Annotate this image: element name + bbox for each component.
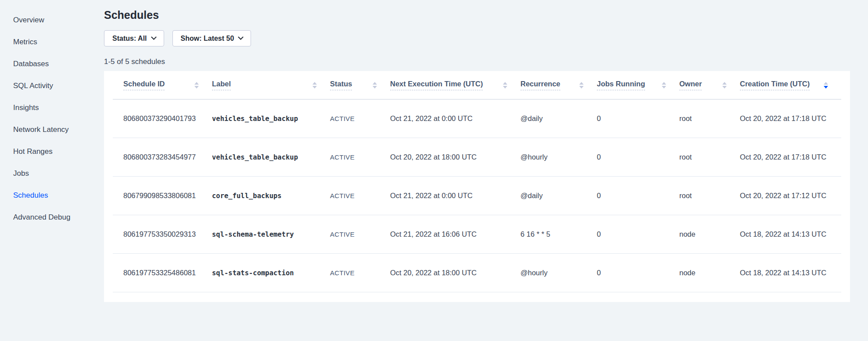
sort-icon[interactable] [312, 82, 317, 89]
cell-jobs-running: 0 [597, 192, 679, 200]
cell-status: ACTIVE [330, 153, 390, 161]
show-filter-label: Show: Latest 50 [181, 35, 234, 43]
sort-icon[interactable] [579, 82, 584, 89]
cell-creation-time: Oct 18, 2022 at 14:13 UTC [740, 230, 841, 238]
sidebar-item-overview[interactable]: Overview [0, 9, 104, 31]
cell-next-execution-time: Oct 21, 2022 at 16:06 UTC [390, 230, 520, 238]
column-header-next-execution-time[interactable]: Next Execution Time (UTC) [390, 80, 520, 90]
table-header-row: Schedule ID Label Status Next Execution … [113, 71, 841, 99]
cell-jobs-running: 0 [597, 269, 679, 277]
column-header-label: Status [330, 80, 352, 90]
column-header-label[interactable]: Label [212, 80, 330, 90]
results-count: 1-5 of 5 schedules [104, 57, 868, 66]
sidebar-item-insights[interactable]: Insights [0, 97, 104, 119]
cell-label: core_full_backups [212, 192, 330, 200]
table-row: 806197753325486081 sql-stats-compaction … [113, 254, 841, 292]
sidebar-item-network-latency[interactable]: Network Latency [0, 119, 104, 141]
sort-icon[interactable] [662, 82, 666, 89]
chevron-down-icon [151, 34, 157, 40]
cell-recurrence: @daily [520, 114, 597, 123]
cell-schedule-id: 806800373290401793 [113, 114, 212, 123]
schedules-table-card: Schedule ID Label Status Next Execution … [104, 71, 850, 302]
cell-status: ACTIVE [330, 269, 390, 277]
cell-recurrence: @hourly [520, 153, 597, 161]
cell-status: ACTIVE [330, 231, 390, 238]
filter-bar: Status: All Show: Latest 50 [104, 30, 868, 46]
sidebar-item-metrics[interactable]: Metrics [0, 31, 104, 53]
column-header-schedule-id[interactable]: Schedule ID [113, 80, 212, 90]
sort-icon-descending-active[interactable] [824, 82, 828, 89]
cell-owner: root [679, 153, 740, 161]
table-row: 806197753350029313 sql-schema-telemetry … [113, 215, 841, 254]
cell-next-execution-time: Oct 21, 2022 at 0:00 UTC [390, 114, 520, 123]
column-header-label: Recurrence [520, 80, 560, 90]
column-header-label: Label [212, 80, 231, 90]
chevron-down-icon [238, 34, 244, 40]
sort-icon[interactable] [194, 82, 199, 89]
sort-icon[interactable] [722, 82, 727, 89]
show-filter-dropdown[interactable]: Show: Latest 50 [172, 30, 251, 46]
cell-owner: node [679, 230, 740, 238]
cell-schedule-id: 806799098533806081 [113, 192, 212, 200]
table-row: 806800373290401793 vehicles_table_backup… [113, 99, 841, 138]
cell-label: sql-stats-compaction [212, 269, 330, 277]
column-header-label: Next Execution Time (UTC) [390, 80, 483, 90]
table-row: 806799098533806081 core_full_backups ACT… [113, 177, 841, 215]
cell-next-execution-time: Oct 21, 2022 at 0:00 UTC [390, 192, 520, 200]
cell-recurrence: @hourly [520, 269, 597, 277]
sidebar-item-hot-ranges[interactable]: Hot Ranges [0, 141, 104, 163]
cell-next-execution-time: Oct 20, 2022 at 18:00 UTC [390, 153, 520, 161]
column-header-status[interactable]: Status [330, 80, 390, 90]
cell-label: sql-schema-telemetry [212, 231, 330, 238]
cell-creation-time: Oct 20, 2022 at 17:18 UTC [740, 114, 841, 123]
cell-status: ACTIVE [330, 192, 390, 199]
cell-label: vehicles_table_backup [212, 115, 330, 123]
cell-recurrence: @daily [520, 192, 597, 200]
sort-icon[interactable] [503, 82, 507, 89]
cell-owner: root [679, 114, 740, 123]
column-header-jobs-running[interactable]: Jobs Running [597, 80, 679, 90]
cell-schedule-id: 806197753350029313 [113, 230, 212, 238]
column-header-recurrence[interactable]: Recurrence [520, 80, 597, 90]
sort-icon[interactable] [373, 82, 377, 89]
cell-creation-time: Oct 20, 2022 at 17:12 UTC [740, 192, 841, 200]
cell-creation-time: Oct 20, 2022 at 17:18 UTC [740, 153, 841, 161]
sidebar-item-jobs[interactable]: Jobs [0, 163, 104, 185]
column-header-creation-time[interactable]: Creation Time (UTC) [740, 80, 841, 90]
status-filter-dropdown[interactable]: Status: All [104, 30, 164, 46]
main-content: Schedules Status: All Show: Latest 50 1-… [104, 0, 868, 341]
sidebar-item-schedules[interactable]: Schedules [0, 185, 104, 206]
column-header-label: Owner [679, 80, 702, 90]
cell-recurrence: 6 16 * * 5 [520, 230, 597, 238]
sidebar-item-databases[interactable]: Databases [0, 53, 104, 75]
cell-schedule-id: 806800373283454977 [113, 153, 212, 161]
cell-owner: root [679, 192, 740, 200]
column-header-label: Creation Time (UTC) [740, 80, 810, 90]
table-row: 806800373283454977 vehicles_table_backup… [113, 138, 841, 177]
cell-status: ACTIVE [330, 115, 390, 122]
status-filter-label: Status: All [112, 35, 147, 43]
cell-jobs-running: 0 [597, 114, 679, 123]
cell-jobs-running: 0 [597, 153, 679, 161]
cell-jobs-running: 0 [597, 230, 679, 238]
cell-label: vehicles_table_backup [212, 153, 330, 161]
page-title: Schedules [104, 9, 868, 21]
sidebar: Overview Metrics Databases SQL Activity … [0, 0, 104, 341]
column-header-owner[interactable]: Owner [679, 80, 740, 90]
cell-creation-time: Oct 18, 2022 at 14:13 UTC [740, 269, 841, 277]
cell-schedule-id: 806197753325486081 [113, 269, 212, 277]
column-header-label: Jobs Running [597, 80, 645, 90]
cell-owner: node [679, 269, 740, 277]
cell-next-execution-time: Oct 20, 2022 at 18:00 UTC [390, 269, 520, 277]
column-header-label: Schedule ID [123, 80, 165, 90]
sidebar-item-advanced-debug[interactable]: Advanced Debug [0, 206, 104, 228]
sidebar-item-sql-activity[interactable]: SQL Activity [0, 75, 104, 97]
